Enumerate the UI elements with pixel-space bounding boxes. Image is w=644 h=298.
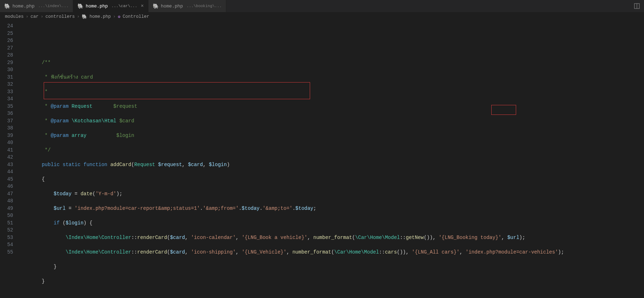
tab-path: ...\index\...	[38, 4, 69, 8]
chevron-right-icon: ›	[26, 14, 29, 19]
php-icon: 🐘	[153, 3, 159, 9]
code-line[interactable]: $url = 'index.php?module=car-report&amp;…	[20, 205, 644, 212]
chevron-right-icon: ›	[41, 14, 44, 19]
php-icon: 🐘	[4, 3, 10, 9]
code-line[interactable]: * @param Request $request	[20, 103, 644, 110]
tab-car[interactable]: 🐘 home.php ...\car\... ×	[73, 0, 148, 12]
crumb[interactable]: controllers	[45, 14, 75, 19]
code-line[interactable]: $today = date('Y-m-d');	[20, 190, 644, 198]
code-line[interactable]: \Index\Home\Controller::renderCard($card…	[20, 234, 644, 241]
class-icon: ⊕	[118, 14, 121, 20]
code-line[interactable]: }	[20, 263, 644, 271]
code-line[interactable]: * @param \Kotchasan\Html $card	[20, 117, 644, 125]
code-line[interactable]: *	[20, 88, 644, 96]
code-line[interactable]	[20, 292, 644, 298]
code-editor[interactable]: 2425262728293031323334353637383940414243…	[0, 21, 644, 298]
tab-path: ...\car\...	[112, 4, 137, 8]
php-icon: 🐘	[82, 14, 87, 20]
code-line[interactable]: /**	[20, 59, 644, 66]
tab-fill	[226, 0, 630, 12]
chevron-right-icon: ›	[77, 14, 80, 19]
tab-label: home.php	[161, 4, 183, 9]
crumb-file[interactable]: home.php	[90, 14, 111, 19]
crumb[interactable]: car	[31, 14, 39, 19]
line-gutter: 2425262728293031323334353637383940414243…	[0, 21, 20, 298]
code-line[interactable]: * ฟังก์ชั่นสร้าง card	[20, 74, 644, 81]
crumb-symbol[interactable]: Controller	[123, 14, 149, 19]
tab-index[interactable]: 🐘 home.php ...\index\...	[0, 0, 73, 12]
php-icon: 🐘	[77, 3, 83, 9]
close-icon[interactable]: ×	[141, 3, 144, 9]
tab-path: ...\booking\...	[186, 4, 222, 8]
tab-label: home.php	[86, 4, 108, 9]
tab-booking[interactable]: 🐘 home.php ...\booking\...	[148, 0, 226, 12]
code-line[interactable]: {	[20, 176, 644, 183]
code-line[interactable]: */	[20, 147, 644, 154]
crumb[interactable]: modules	[5, 14, 24, 19]
code-line[interactable]: \Index\Home\Controller::renderCard($card…	[20, 249, 644, 256]
code-area[interactable]: /** * ฟังก์ชั่นสร้าง card * * @param Req…	[20, 21, 644, 298]
tab-bar: 🐘 home.php ...\index\... 🐘 home.php ...\…	[0, 0, 644, 12]
split-editor-icon[interactable]	[630, 0, 644, 12]
code-line[interactable]: }	[20, 278, 644, 285]
code-line[interactable]: public static function addCard(Request $…	[20, 161, 644, 169]
code-line[interactable]: * @param array $login	[20, 132, 644, 139]
breadcrumb[interactable]: modules› car› controllers› 🐘 home.php› ⊕…	[0, 12, 644, 21]
code-line[interactable]: if ($login) {	[20, 219, 644, 227]
chevron-right-icon: ›	[113, 14, 116, 19]
tab-label: home.php	[12, 4, 34, 9]
